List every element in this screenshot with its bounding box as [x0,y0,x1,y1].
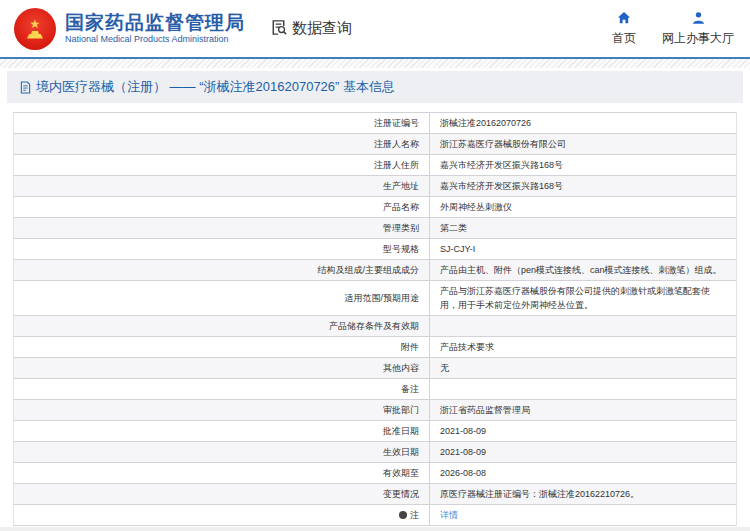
row-value [430,316,736,336]
row-value: 2021-08-09 [430,442,736,462]
table-row: 产品名称外周神经丛刺激仪 [14,197,736,218]
page-title: 境内医疗器械（注册） —— “浙械注准20162070726” 基本信息 [36,78,395,96]
table-row: 备注 [14,379,736,400]
note-icon [399,511,407,519]
nav-hall-label: 网上办事大厅 [662,30,734,47]
row-label: 注册证编号 [14,113,430,133]
nav-home-label: 首页 [612,30,636,47]
row-value: 浙江苏嘉医疗器械股份有限公司 [430,134,736,154]
home-icon [616,11,632,28]
detail-link[interactable]: 详情 [440,510,458,520]
table-row: 其他内容无 [14,358,736,379]
table-row: 批准日期2021-08-09 [14,421,736,442]
info-table: 注册证编号浙械注准20162070726注册人名称浙江苏嘉医疗器械股份有限公司注… [13,112,737,526]
row-value: 嘉兴市经济开发区振兴路168号 [430,155,736,175]
row-value: 产品与浙江苏嘉医疗器械股份有限公司提供的刺激针或刺激笔配套使用，用于手术前定位外… [430,281,736,315]
hatched-strip [0,59,750,68]
row-label: 批准日期 [14,421,430,441]
row-value: 第二类 [430,218,736,238]
row-value: 浙江省药品监督管理局 [430,400,736,420]
top-nav: 首页 网上办事大厅 [612,11,750,47]
row-label: 有效期至 [14,463,430,483]
row-value: SJ-CJY-I [430,239,736,259]
row-value: 产品由主机、附件（pen模式连接线、can模式连接线、刺激笔）组成。 [430,260,736,280]
data-query-label: 数据查询 [292,19,352,38]
row-label: 适用范围/预期用途 [14,281,430,315]
page-title-bar: 境内医疗器械（注册） —— “浙械注准20162070726” 基本信息 [7,71,743,103]
row-label: 结构及组成/主要组成成分 [14,260,430,280]
table-row: 注详情 [14,505,736,526]
row-label: 变更情况 [14,484,430,504]
site-header: ★ 国家药品监督管理局 National Medical Products Ad… [0,0,750,57]
table-row: 审批部门浙江省药品监督管理局 [14,400,736,421]
document-icon [20,81,31,94]
table-row: 有效期至2026-08-08 [14,463,736,484]
brand-block: 国家药品监督管理局 National Medical Products Admi… [65,12,245,45]
row-label: 附件 [14,337,430,357]
row-value: 外周神经丛刺激仪 [430,197,736,217]
doc-search-icon [269,18,288,40]
page-bottom-strip [0,527,750,531]
row-label: 产品储存条件及有效期 [14,316,430,336]
row-label: 产品名称 [14,197,430,217]
row-value: 无 [430,358,736,378]
person-icon [691,11,706,28]
row-label: 生效日期 [14,442,430,462]
row-label: 管理类别 [14,218,430,238]
row-value: 浙械注准20162070726 [430,113,736,133]
row-value: 2026-08-08 [430,463,736,483]
row-label: 注 [14,505,430,525]
emblem-star-icon: ★ [30,19,41,30]
row-label: 型号规格 [14,239,430,259]
table-row: 管理类别第二类 [14,218,736,239]
row-label: 备注 [14,379,430,399]
row-label: 注册人住所 [14,155,430,175]
row-label: 注册人名称 [14,134,430,154]
table-row: 生效日期2021-08-09 [14,442,736,463]
table-row: 附件产品技术要求 [14,337,736,358]
table-row: 注册人名称浙江苏嘉医疗器械股份有限公司 [14,134,736,155]
table-row: 注册证编号浙械注准20162070726 [14,113,736,134]
row-value: 嘉兴市经济开发区振兴路168号 [430,176,736,196]
row-value: 2021-08-09 [430,421,736,441]
table-row: 结构及组成/主要组成成分产品由主机、附件（pen模式连接线、can模式连接线、刺… [14,260,736,281]
row-value: 原医疗器械注册证编号：浙械注准20162210726。 [430,484,736,504]
table-row: 注册人住所嘉兴市经济开发区振兴路168号 [14,155,736,176]
nav-item-service-hall[interactable]: 网上办事大厅 [662,11,734,47]
nav-data-query[interactable]: 数据查询 [269,18,352,40]
nav-item-home[interactable]: 首页 [612,11,636,47]
row-label: 其他内容 [14,358,430,378]
emblem-gate-icon [27,31,43,39]
national-emblem-logo: ★ [14,8,56,50]
row-value [430,379,736,399]
brand-subtitle: National Medical Products Administration [65,34,245,45]
row-value: 产品技术要求 [430,337,736,357]
table-row: 适用范围/预期用途产品与浙江苏嘉医疗器械股份有限公司提供的刺激针或刺激笔配套使用… [14,281,736,316]
row-label: 生产地址 [14,176,430,196]
row-label: 审批部门 [14,400,430,420]
table-row: 生产地址嘉兴市经济开发区振兴路168号 [14,176,736,197]
row-value: 详情 [430,505,736,525]
table-row: 产品储存条件及有效期 [14,316,736,337]
brand-title: 国家药品监督管理局 [65,12,245,34]
table-row: 型号规格SJ-CJY-I [14,239,736,260]
table-row: 变更情况原医疗器械注册证编号：浙械注准20162210726。 [14,484,736,505]
